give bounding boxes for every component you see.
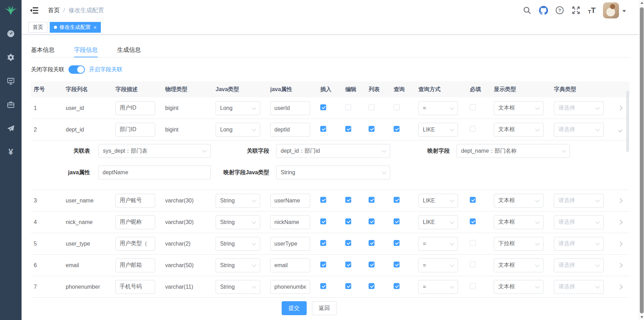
search-button[interactable] xyxy=(523,6,532,15)
edit-checkbox[interactable] xyxy=(345,126,351,132)
java-type-select[interactable]: Long xyxy=(216,123,260,137)
list-checkbox[interactable] xyxy=(369,197,375,203)
required-checkbox[interactable] xyxy=(470,262,476,267)
expand-icon[interactable] xyxy=(618,284,622,289)
tag-close-icon[interactable]: × xyxy=(94,24,97,30)
sidebar-item-dashboard[interactable] xyxy=(6,30,15,38)
submit-button[interactable]: 提交 xyxy=(282,301,307,315)
table-scrollbar-thumb[interactable] xyxy=(626,91,629,152)
list-checkbox[interactable] xyxy=(369,104,375,110)
field-desc-input[interactable] xyxy=(115,215,155,229)
tab-字段信息[interactable]: 字段信息 xyxy=(64,43,107,57)
query-checkbox[interactable] xyxy=(394,283,400,289)
html-type-select[interactable]: 文本框 xyxy=(494,280,544,294)
html-type-select[interactable]: 文本框 xyxy=(494,215,544,229)
fullscreen-button[interactable] xyxy=(572,6,581,15)
java-type-select[interactable]: String xyxy=(216,194,260,208)
dict-type-select[interactable]: 请选择 xyxy=(554,194,604,208)
insert-checkbox[interactable] xyxy=(320,104,326,110)
expand-icon[interactable] xyxy=(618,198,622,203)
java-field-input[interactable] xyxy=(270,194,310,208)
sidebar-item-monitor[interactable] xyxy=(6,77,15,85)
map-java-type-select[interactable]: String xyxy=(276,166,390,179)
insert-checkbox[interactable] xyxy=(320,240,326,246)
edit-checkbox[interactable] xyxy=(345,218,351,224)
field-desc-input[interactable] xyxy=(115,101,155,115)
html-type-select[interactable]: 文本框 xyxy=(494,194,544,208)
scrollbar-up-arrow[interactable] xyxy=(639,0,644,6)
insert-checkbox[interactable] xyxy=(320,218,326,224)
field-desc-input[interactable] xyxy=(115,194,155,208)
insert-checkbox[interactable] xyxy=(320,262,326,267)
user-menu[interactable] xyxy=(603,2,626,18)
font-size-button[interactable]: TT xyxy=(588,7,596,14)
help-button[interactable]: ? xyxy=(555,6,564,15)
back-button[interactable]: 返回 xyxy=(312,301,337,315)
window-scrollbar[interactable] xyxy=(639,0,644,320)
tag-active[interactable]: 修改生成配置× xyxy=(50,22,101,33)
tab-基本信息[interactable]: 基本信息 xyxy=(31,43,64,57)
query-type-select[interactable]: LIKE xyxy=(418,123,458,137)
sidebar-item-tool[interactable] xyxy=(6,101,15,109)
field-desc-input[interactable] xyxy=(115,237,155,251)
query-type-select[interactable]: LIKE xyxy=(418,215,458,229)
sidebar-item-job[interactable] xyxy=(6,124,15,133)
expand-icon[interactable] xyxy=(618,241,622,246)
edit-checkbox[interactable] xyxy=(345,197,351,203)
java-type-select[interactable]: Long xyxy=(216,101,260,115)
list-checkbox[interactable] xyxy=(369,240,375,246)
query-type-select[interactable]: LIKE xyxy=(418,194,458,208)
sidebar-item-system[interactable] xyxy=(6,53,15,62)
query-checkbox[interactable] xyxy=(394,218,400,224)
insert-checkbox[interactable] xyxy=(320,197,326,203)
query-checkbox[interactable] xyxy=(394,262,400,267)
field-desc-input[interactable] xyxy=(115,280,155,294)
field-desc-input[interactable] xyxy=(115,123,155,137)
html-type-select[interactable]: 文本框 xyxy=(494,123,544,137)
required-checkbox[interactable] xyxy=(470,126,476,132)
list-checkbox[interactable] xyxy=(369,283,375,289)
field-association-toggle[interactable] xyxy=(69,65,85,74)
scrollbar-thumb[interactable] xyxy=(640,7,644,313)
required-checkbox[interactable] xyxy=(470,197,476,203)
insert-checkbox[interactable] xyxy=(320,126,326,132)
query-type-select[interactable]: = xyxy=(418,237,458,251)
list-checkbox[interactable] xyxy=(369,218,375,224)
query-type-select[interactable]: = xyxy=(418,101,458,115)
dict-type-select[interactable]: 请选择 xyxy=(554,280,604,294)
dict-type-select[interactable]: 请选择 xyxy=(554,123,604,137)
java-field-input[interactable] xyxy=(270,215,310,229)
dict-type-select[interactable]: 请选择 xyxy=(554,258,604,272)
sidebar-item-pay[interactable]: ¥ xyxy=(6,148,15,156)
scrollbar-down-arrow[interactable] xyxy=(639,314,644,320)
java-field-input[interactable] xyxy=(270,123,310,137)
java-field-input[interactable] xyxy=(270,101,310,115)
tab-生成信息[interactable]: 生成信息 xyxy=(107,43,151,57)
html-type-select[interactable]: 文本框 xyxy=(494,258,544,272)
query-checkbox[interactable] xyxy=(394,197,400,203)
tag-item[interactable]: 首页 xyxy=(29,22,47,33)
java-type-select[interactable]: String xyxy=(216,280,260,294)
list-checkbox[interactable] xyxy=(369,262,375,267)
insert-checkbox[interactable] xyxy=(320,283,326,289)
avatar[interactable] xyxy=(603,2,619,18)
query-checkbox[interactable] xyxy=(394,240,400,246)
dict-type-select[interactable]: 请选择 xyxy=(554,215,604,229)
java-type-select[interactable]: String xyxy=(216,258,260,272)
required-checkbox[interactable] xyxy=(470,104,476,110)
expand-icon[interactable] xyxy=(618,105,622,110)
edit-checkbox[interactable] xyxy=(345,283,351,289)
edit-checkbox[interactable] xyxy=(345,262,351,267)
html-type-select[interactable]: 文本框 xyxy=(494,101,544,115)
required-checkbox[interactable] xyxy=(470,283,476,289)
sidebar-fold-button[interactable] xyxy=(30,7,39,14)
edit-checkbox[interactable] xyxy=(345,104,351,110)
query-type-select[interactable]: = xyxy=(418,280,458,294)
edit-checkbox[interactable] xyxy=(345,240,351,246)
breadcrumb-home[interactable]: 首页 xyxy=(48,6,60,14)
required-checkbox[interactable] xyxy=(470,218,476,224)
expand-icon[interactable] xyxy=(618,127,622,132)
expand-icon[interactable] xyxy=(618,263,622,267)
required-checkbox[interactable] xyxy=(470,240,476,246)
java-field-input[interactable] xyxy=(270,237,310,251)
